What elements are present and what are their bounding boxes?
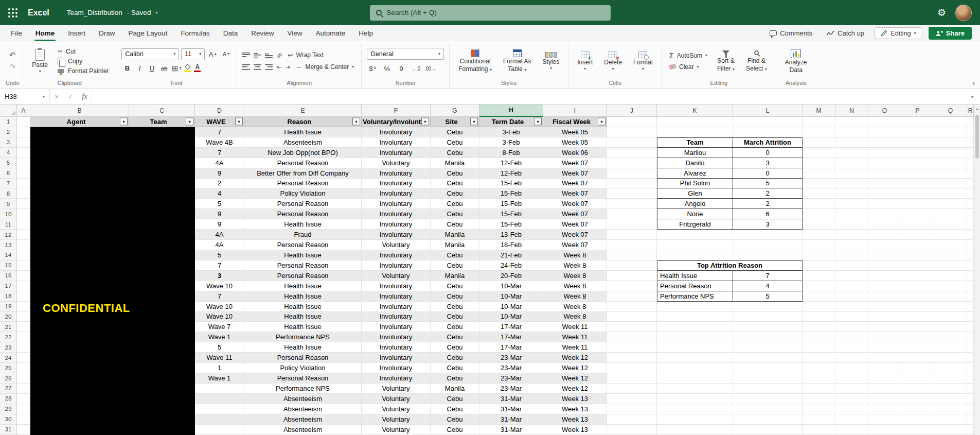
- cell-Q4[interactable]: [934, 148, 967, 158]
- scrollbar-thumb[interactable]: [975, 115, 979, 159]
- cell-D30[interactable]: [195, 414, 244, 425]
- row-header-17[interactable]: 17: [0, 281, 17, 291]
- cell-K28[interactable]: [657, 394, 733, 404]
- cell-P3[interactable]: [901, 137, 934, 148]
- cell-D13[interactable]: 4A: [195, 240, 244, 250]
- cell-N26[interactable]: [835, 373, 868, 384]
- menu-tab-review[interactable]: Review: [244, 25, 280, 41]
- cell-F5[interactable]: Voluntary: [362, 158, 431, 168]
- collapse-ribbon-button[interactable]: ▴: [972, 80, 975, 85]
- cell-I23[interactable]: Week 11: [543, 342, 607, 353]
- cell-G2[interactable]: Cebu: [431, 127, 479, 137]
- cell-L9[interactable]: 2: [733, 199, 803, 209]
- cell-G18[interactable]: Cebu: [431, 291, 479, 302]
- cell-J18[interactable]: [607, 291, 657, 302]
- cell-D10[interactable]: 9: [195, 209, 244, 219]
- cell-M17[interactable]: [803, 281, 835, 291]
- column-header-J[interactable]: J: [607, 105, 657, 117]
- cell-P28[interactable]: [901, 394, 934, 404]
- cell-J17[interactable]: [607, 281, 657, 291]
- cell-D11[interactable]: 9: [195, 219, 244, 230]
- cell-L21[interactable]: [733, 322, 803, 332]
- column-header-C[interactable]: C: [129, 105, 195, 117]
- cell-A25[interactable]: [17, 363, 30, 373]
- cell-G10[interactable]: Cebu: [431, 209, 479, 219]
- row-header-12[interactable]: 12: [0, 230, 17, 240]
- cell-E16[interactable]: Personal Reason: [244, 271, 362, 281]
- name-box[interactable]: H38 ▾: [0, 89, 50, 104]
- clear-button[interactable]: Clear▾: [667, 63, 709, 71]
- cell-R27[interactable]: [967, 384, 974, 394]
- cell-N19[interactable]: [835, 302, 868, 312]
- cell-A7[interactable]: [17, 179, 30, 189]
- cell-H28[interactable]: 31-Mar: [479, 394, 543, 404]
- cell-L27[interactable]: [733, 384, 803, 394]
- cell-P19[interactable]: [901, 302, 934, 312]
- cell-N22[interactable]: [835, 332, 868, 342]
- catch-up-button[interactable]: Catch up: [823, 27, 868, 39]
- cell-P1[interactable]: [901, 117, 934, 127]
- cell-N7[interactable]: [835, 179, 868, 189]
- comments-button[interactable]: Comments: [765, 27, 816, 39]
- cell-I25[interactable]: Week 12: [543, 363, 607, 373]
- cell-G11[interactable]: Cebu: [431, 219, 479, 230]
- cell-Q12[interactable]: [934, 230, 967, 240]
- cell-E10[interactable]: Personal Reason: [244, 209, 362, 219]
- row-header-26[interactable]: 26: [0, 373, 17, 384]
- cell-E2[interactable]: Health Issue: [244, 127, 362, 137]
- italic-button[interactable]: I: [134, 63, 145, 74]
- cell-L6[interactable]: 0: [733, 168, 803, 179]
- cell-L13[interactable]: [733, 240, 803, 250]
- scroll-up-button[interactable]: ▴: [974, 105, 980, 113]
- cell-E1[interactable]: Reason▾: [244, 117, 362, 127]
- cell-L12[interactable]: [733, 230, 803, 240]
- cell-F6[interactable]: Involuntary: [362, 168, 431, 179]
- align-center-button[interactable]: [254, 64, 261, 70]
- cell-J16[interactable]: [607, 271, 657, 281]
- cell-M7[interactable]: [803, 179, 835, 189]
- menu-tab-file[interactable]: File: [4, 25, 29, 41]
- cell-H3[interactable]: 3-Feb: [479, 137, 543, 148]
- cell-D26[interactable]: Wave 1: [195, 373, 244, 384]
- cell-J5[interactable]: [607, 158, 657, 168]
- cell-O21[interactable]: [868, 322, 901, 332]
- cell-E18[interactable]: Health Issue: [244, 291, 362, 302]
- cell-F27[interactable]: Voluntary: [362, 384, 431, 394]
- cell-L26[interactable]: [733, 373, 803, 384]
- cell-Q30[interactable]: [934, 414, 967, 425]
- font-size-select[interactable]: 11▾: [181, 48, 205, 60]
- cell-G1[interactable]: Site▾: [431, 117, 479, 127]
- format-cells-button[interactable]: Format ▾: [630, 50, 656, 72]
- cell-G31[interactable]: Cebu: [431, 425, 479, 435]
- cell-F31[interactable]: Voluntary: [362, 425, 431, 435]
- cell-F19[interactable]: Involuntary: [362, 302, 431, 312]
- row-header-29[interactable]: 29: [0, 404, 17, 414]
- cell-L18[interactable]: 5: [733, 291, 803, 302]
- cell-N12[interactable]: [835, 230, 868, 240]
- cell-D9[interactable]: 5: [195, 199, 244, 209]
- cell-J13[interactable]: [607, 240, 657, 250]
- cell-F24[interactable]: Involuntary: [362, 353, 431, 363]
- cell-A15[interactable]: [17, 260, 30, 271]
- cell-G26[interactable]: Cebu: [431, 373, 479, 384]
- cell-R16[interactable]: [967, 271, 974, 281]
- cell-O24[interactable]: [868, 353, 901, 363]
- vertical-scrollbar[interactable]: ▴: [974, 105, 980, 435]
- cell-F20[interactable]: Involuntary: [362, 312, 431, 322]
- cell-A9[interactable]: [17, 199, 30, 209]
- row-header-30[interactable]: 30: [0, 414, 17, 425]
- cell-Q20[interactable]: [934, 312, 967, 322]
- cell-N27[interactable]: [835, 384, 868, 394]
- cell-I28[interactable]: Week 13: [543, 394, 607, 404]
- cell-F25[interactable]: Involuntary: [362, 363, 431, 373]
- cell-F22[interactable]: Involuntary: [362, 332, 431, 342]
- cell-R13[interactable]: [967, 240, 974, 250]
- cell-H11[interactable]: 15-Feb: [479, 219, 543, 230]
- row-header-9[interactable]: 9: [0, 199, 17, 209]
- insert-cells-button[interactable]: Insert ▾: [574, 50, 596, 72]
- cut-button[interactable]: ✂Cut: [56, 47, 111, 56]
- cell-M31[interactable]: [803, 425, 835, 435]
- cell-G3[interactable]: Cebu: [431, 137, 479, 148]
- menu-tab-help[interactable]: Help: [352, 25, 380, 41]
- cell-P7[interactable]: [901, 179, 934, 189]
